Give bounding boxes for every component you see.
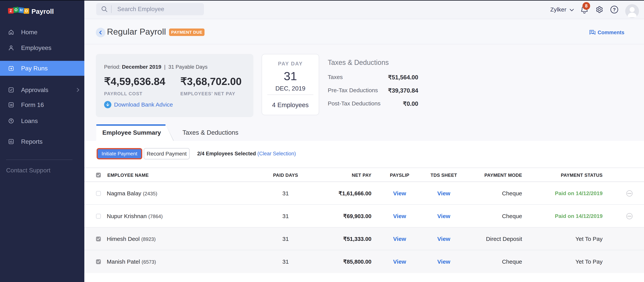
svg-text:₹: ₹: [10, 119, 12, 123]
svg-text:?: ?: [613, 7, 616, 12]
svg-text:16: 16: [10, 104, 12, 106]
